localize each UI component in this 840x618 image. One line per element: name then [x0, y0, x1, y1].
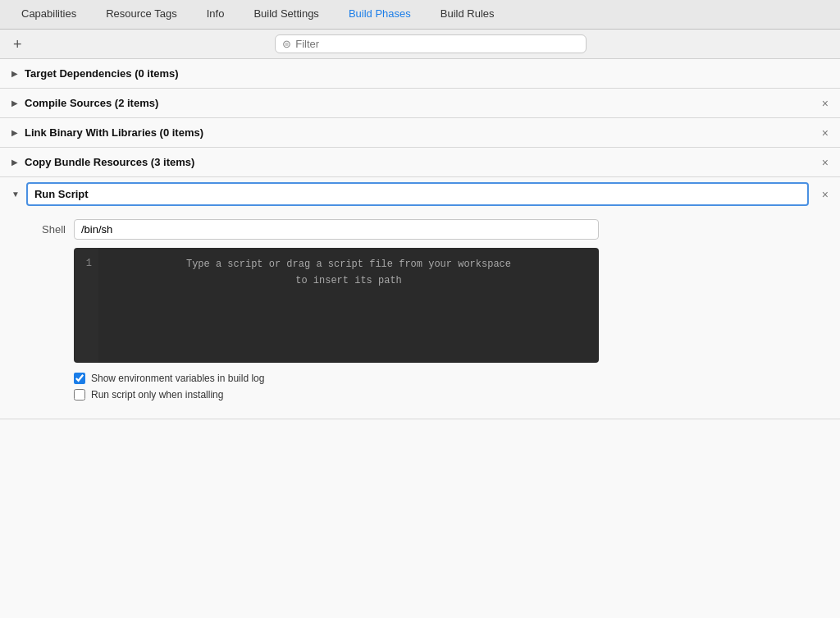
- filter-icon: ⊜: [282, 38, 291, 50]
- tab-info[interactable]: Info: [192, 0, 240, 29]
- code-placeholder: Type a script or drag a script file from…: [108, 256, 589, 290]
- shell-row: Shell: [33, 219, 824, 240]
- checkbox-install-only-label: Run script only when installing: [91, 389, 223, 401]
- copy-bundle-title: Copy Bundle Resources (3 items): [25, 156, 194, 168]
- tab-bar: Capabilities Resource Tags Info Build Se…: [0, 0, 840, 30]
- target-dependencies-header[interactable]: ▶ Target Dependencies (0 items): [0, 59, 840, 88]
- link-binary-section: ▶ Link Binary With Libraries (0 items) ×: [0, 118, 840, 148]
- content-area: + ⊜ ▶ Target Dependencies (0 items) ▶ Co…: [0, 30, 840, 618]
- code-editor[interactable]: Type a script or drag a script file from…: [98, 248, 599, 363]
- run-script-header: ▼ ×: [0, 177, 840, 211]
- triangle-icon: ▶: [11, 69, 18, 78]
- run-script-triangle[interactable]: ▼: [0, 181, 26, 207]
- run-script-close[interactable]: ×: [810, 183, 840, 206]
- compile-sources-close[interactable]: ×: [822, 97, 829, 110]
- compile-sources-title: Compile Sources (2 items): [25, 97, 158, 109]
- run-script-body: Shell 1 Type a script or drag a script f…: [0, 211, 840, 419]
- tab-capabilities[interactable]: Capabilities: [7, 0, 91, 29]
- tab-build-rules[interactable]: Build Rules: [426, 0, 509, 29]
- triangle-icon: ▶: [11, 98, 18, 108]
- compile-sources-header[interactable]: ▶ Compile Sources (2 items) ×: [0, 89, 840, 117]
- copy-bundle-section: ▶ Copy Bundle Resources (3 items) ×: [0, 148, 840, 177]
- run-script-section: ▼ × Shell 1 Type a script or drag a scri…: [0, 177, 840, 419]
- shell-label: Shell: [33, 223, 66, 236]
- add-button[interactable]: +: [10, 37, 25, 52]
- compile-sources-section: ▶ Compile Sources (2 items) ×: [0, 89, 840, 118]
- shell-input[interactable]: [74, 219, 599, 240]
- link-binary-close[interactable]: ×: [822, 126, 829, 140]
- checkbox-install-only-row: Run script only when installing: [74, 389, 824, 401]
- line-numbers: 1: [74, 248, 98, 363]
- link-binary-header[interactable]: ▶ Link Binary With Libraries (0 items) ×: [0, 118, 840, 147]
- link-binary-title: Link Binary With Libraries (0 items): [25, 126, 203, 139]
- tab-build-settings[interactable]: Build Settings: [239, 0, 334, 29]
- checkbox-env-vars-row: Show environment variables in build log: [74, 373, 824, 384]
- target-dependencies-section: ▶ Target Dependencies (0 items): [0, 59, 840, 89]
- tab-build-phases[interactable]: Build Phases: [334, 0, 426, 29]
- code-editor-wrapper: 1 Type a script or drag a script file fr…: [74, 248, 599, 363]
- target-dependencies-title: Target Dependencies (0 items): [25, 67, 179, 80]
- triangle-icon: ▶: [11, 128, 18, 137]
- filter-input[interactable]: [295, 38, 579, 50]
- checkbox-env-vars[interactable]: [74, 373, 85, 384]
- toolbar-row: + ⊜: [0, 30, 840, 59]
- copy-bundle-close[interactable]: ×: [822, 156, 829, 169]
- filter-container: ⊜: [275, 34, 587, 53]
- checkbox-env-vars-label: Show environment variables in build log: [91, 373, 264, 384]
- filter-wrapper: ⊜: [32, 34, 830, 53]
- checkbox-install-only[interactable]: [74, 389, 85, 401]
- run-script-title-input[interactable]: [26, 182, 809, 206]
- triangle-icon: ▶: [11, 158, 18, 167]
- tab-resource-tags[interactable]: Resource Tags: [91, 0, 191, 29]
- copy-bundle-header[interactable]: ▶ Copy Bundle Resources (3 items) ×: [0, 148, 840, 176]
